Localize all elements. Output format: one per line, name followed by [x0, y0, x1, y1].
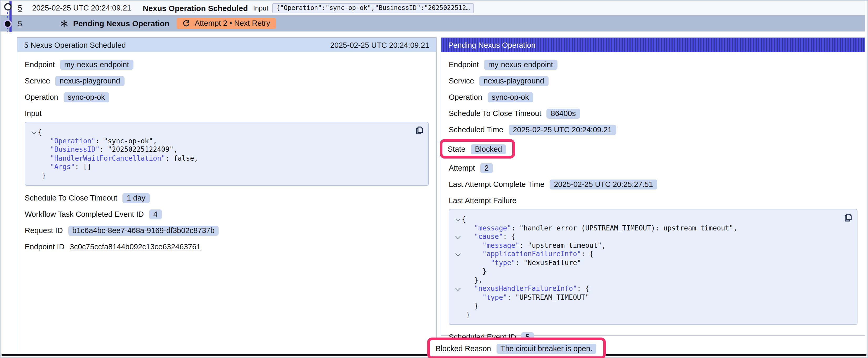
field-label: State	[448, 145, 466, 153]
detail-row-endpoint-id: Endpoint ID3c0c75ccfa8144b092c13ce632463…	[25, 241, 429, 253]
detail-row-request-id: Request IDb1c6a4bc-8ee7-468a-9169-df3b02…	[25, 225, 429, 236]
field-value: 2025-02-25 UTC 20:24:09.21	[508, 125, 616, 135]
json-text: }	[462, 311, 470, 319]
code-gutter	[29, 171, 38, 180]
input-json-viewer: { "Operation": "sync-op-ok", "BusinessID…	[25, 122, 429, 186]
chevron-down-icon[interactable]	[29, 128, 38, 137]
event-id-link[interactable]: 5	[18, 4, 22, 12]
json-line: "Args": []	[29, 163, 422, 171]
json-line: }	[29, 171, 422, 180]
json-text: {	[38, 128, 42, 137]
code-gutter	[454, 276, 462, 285]
code-gutter	[29, 163, 38, 171]
json-line: },	[454, 276, 851, 285]
field-value: sync-op-ok	[487, 92, 533, 102]
json-text: {	[462, 215, 466, 224]
timeline-marker-open-icon	[4, 3, 11, 10]
json-text: },	[462, 276, 482, 285]
failure-section-label: Last Attempt Failure	[449, 195, 858, 206]
detail-row-attempt: Attempt2	[449, 162, 858, 174]
json-text: "applicationFailureInfo": {	[462, 250, 593, 259]
json-line: "cause": {	[454, 232, 851, 241]
field-value: nexus-playground	[479, 76, 549, 86]
field-label: Service	[25, 77, 50, 85]
detail-row-endpoint: Endpointmy-nexus-endpoint	[25, 59, 429, 70]
field-label: Last Attempt Complete Time	[449, 180, 544, 189]
scroll-edge-line	[865, 1, 865, 357]
json-line: "message": "upstream timeout",	[454, 241, 851, 250]
input-preview-chip[interactable]: {"Operation":"sync-op-ok","BusinessID":"…	[272, 3, 474, 13]
detail-row-schedule-to-close-timeout: Schedule To Close Timeout1 day	[25, 192, 429, 204]
detail-row-state: StateBlocked	[448, 143, 506, 155]
json-text: "type": "UPSTREAM_TIMEOUT"	[462, 293, 589, 302]
failure-json-viewer: { "message": "handler error (UPSTREAM_TI…	[449, 209, 858, 325]
field-label: Scheduled Time	[449, 126, 503, 134]
field-label: Operation	[449, 93, 482, 101]
detail-row-schedule-to-close-timeout: Schedule To Close Timeout86400s	[449, 108, 858, 119]
json-line: "type": "NexusFailure"	[454, 259, 851, 267]
json-text: }	[462, 267, 487, 276]
code-gutter	[454, 293, 462, 302]
field-value: 2025-02-25 UTC 20:25:27.51	[550, 179, 657, 189]
event-row-pending[interactable]: 5 Pending Nexus Operation Attempt 2 • Ne…	[1, 15, 865, 32]
field-value: b1c6a4bc-8ee7-468a-9169-df3b02c8737b	[68, 225, 219, 235]
copy-button[interactable]	[844, 213, 852, 222]
asterisk-icon	[60, 19, 68, 28]
code-gutter	[454, 259, 462, 267]
json-line: "HandlerWaitForCancellation": false,	[29, 154, 422, 163]
field-value: my-nexus-endpoint	[484, 60, 557, 70]
event-timestamp: 2025-02-25 UTC 20:24:09.21	[32, 4, 131, 12]
input-section-label: Input	[25, 108, 429, 119]
detail-row-blocked-reason: Blocked Reason The circuit breaker is op…	[436, 343, 597, 354]
field-label: Blocked Reason	[436, 344, 491, 353]
field-label: Endpoint ID	[25, 242, 65, 251]
refresh-icon	[183, 19, 190, 27]
event-id-link[interactable]: 5	[18, 19, 22, 28]
pending-panel-header: Pending Nexus Operation	[441, 38, 865, 52]
field-label: Service	[449, 77, 474, 85]
code-gutter	[29, 154, 38, 163]
json-line: }	[454, 267, 851, 276]
field-value: The circuit breaker is open.	[496, 344, 597, 354]
field-label: Workflow Task Completed Event ID	[25, 210, 144, 218]
scheduled-panel-header: 5 Nexus Operation Scheduled 2025-02-25 U…	[17, 38, 436, 52]
chevron-down-icon[interactable]	[454, 285, 462, 293]
json-line: {	[454, 215, 851, 224]
chevron-down-icon[interactable]	[454, 250, 462, 259]
json-text: "HandlerWaitForCancellation": false,	[38, 154, 198, 163]
event-timeline-gutter	[1, 1, 16, 33]
chevron-down-icon[interactable]	[454, 215, 462, 224]
field-value: Blocked	[471, 144, 506, 154]
json-text: "nexusHandlerFailureInfo": {	[462, 285, 589, 293]
copy-button[interactable]	[415, 126, 424, 134]
detail-row-service: Servicenexus-playground	[25, 75, 429, 87]
input-label: Input	[253, 4, 269, 12]
detail-row-operation: Operationsync-op-ok	[25, 91, 429, 103]
code-gutter	[454, 241, 462, 250]
json-line: "applicationFailureInfo": {	[454, 250, 851, 259]
json-line: "BusinessID": "20250225122409",	[29, 145, 422, 154]
json-text: }	[462, 302, 478, 311]
detail-row-endpoint: Endpointmy-nexus-endpoint	[449, 59, 858, 70]
field-label: Attempt	[449, 164, 475, 172]
panel-title: Pending Nexus Operation	[448, 41, 535, 49]
timeline-dashed-connector	[6, 8, 8, 32]
code-gutter	[454, 224, 462, 232]
pending-operation-column: Pending Nexus Operation Endpointmy-nexus…	[441, 37, 865, 358]
pending-operation-panel: Pending Nexus Operation Endpointmy-nexus…	[441, 37, 865, 336]
field-value: my-nexus-endpoint	[60, 60, 133, 70]
detail-row-operation: Operationsync-op-ok	[449, 91, 858, 103]
code-gutter	[454, 311, 462, 319]
detail-row-service: Servicenexus-playground	[449, 75, 858, 87]
event-row-scheduled[interactable]: 5 2025-02-25 UTC 20:24:09.21 Nexus Opera…	[1, 1, 865, 15]
json-text: "type": "NexusFailure"	[462, 259, 581, 267]
code-gutter	[454, 302, 462, 311]
json-text: "BusinessID": "20250225122409",	[38, 145, 178, 154]
json-line: "message": "handler error (UPSTREAM_TIME…	[454, 224, 851, 232]
code-gutter	[29, 145, 38, 154]
json-text: "message": "upstream timeout",	[462, 241, 606, 250]
json-text: "message": "handler error (UPSTREAM_TIME…	[462, 224, 738, 232]
retry-badge-label: Attempt 2 • Next Retry	[195, 19, 270, 27]
field-value-link[interactable]: 3c0c75ccfa8144b092c13ce632463761	[70, 242, 201, 251]
chevron-down-icon[interactable]	[454, 232, 462, 241]
